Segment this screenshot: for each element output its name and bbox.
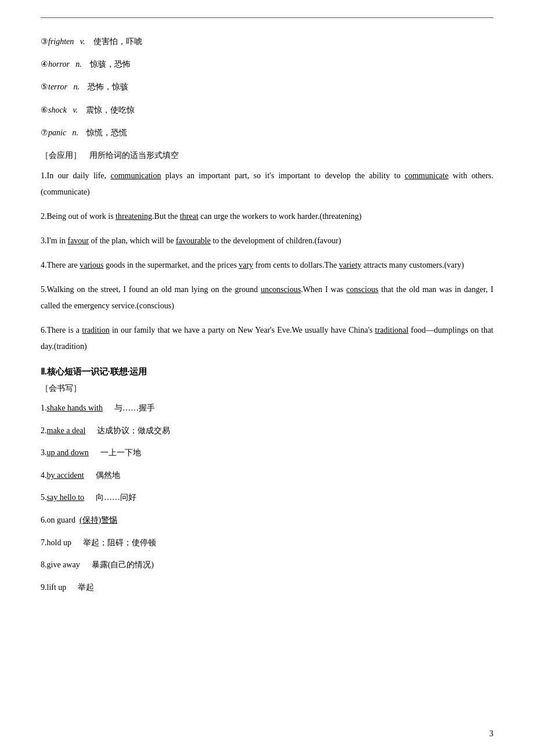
underline-communication: communication — [110, 171, 161, 180]
vocab-num: ③ — [41, 37, 48, 46]
underline-tradition: tradition — [82, 326, 109, 334]
phrase-by-accident: by accident — [47, 471, 84, 480]
vocab-word: shock — [48, 106, 67, 114]
underline-traditional: traditional — [375, 326, 409, 334]
vocab-item-5: ⑤terror n. 恐怖，惊骇 — [41, 80, 493, 94]
section2-header: Ⅱ.核心短语一识记·联想·运用 — [41, 366, 493, 377]
phrase-shake-hands-with: shake hands with — [47, 404, 103, 412]
phrase-7: 7.hold up 举起；阻碍；使停顿 — [41, 535, 493, 551]
vocab-item-4: ④horror n. 惊骇，恐怖 — [41, 57, 493, 71]
phrase-on-guard-meaning: (保持)警惕 — [80, 516, 117, 524]
exercise-3: 3.I'm in favour of the plan, which will … — [41, 233, 493, 249]
vocab-meaning: 惊慌，恐慌 — [86, 128, 127, 137]
phrase-1: 1.shake hands with 与……握手 — [41, 401, 493, 416]
phrase-make-a-deal: make a deal — [47, 426, 86, 435]
underline-favourable: favourable — [176, 236, 211, 245]
vocab-pos: n. — [73, 128, 79, 137]
vocab-meaning: 震惊，使吃惊 — [86, 106, 135, 114]
underline-variety: variety — [339, 261, 362, 269]
vocab-pos: n. — [75, 60, 82, 69]
exercise-2: 2.Being out of work is threatening.But t… — [41, 208, 493, 225]
vocab-pos: v. — [73, 106, 78, 114]
phrase-5: 5.say hello to 向……问好 — [41, 490, 493, 506]
vocab-item-7: ⑦panic n. 惊慌，恐慌 — [41, 125, 493, 140]
section2-sub: ［会书写］ — [41, 383, 493, 394]
phrase-9: 9.lift up 举起 — [41, 580, 493, 596]
section1-header: ［会应用］ 用所给词的适当形式填空 — [41, 150, 493, 161]
vocab-num: ④ — [41, 60, 48, 69]
phrase-2: 2.make a deal 达成协议；做成交易 — [41, 423, 493, 439]
underline-communicate: communicate — [405, 171, 448, 180]
exercise-4: 4.There are various goods in the superma… — [41, 257, 493, 273]
vocab-pos: n. — [73, 82, 80, 91]
vocab-meaning: 惊骇，恐怖 — [90, 60, 131, 69]
vocab-num: ⑤ — [41, 82, 48, 91]
underline-vary: vary — [239, 261, 253, 269]
vocab-section: ③frighten v. 使害怕，吓唬 ④horror n. 惊骇，恐怖 ⑤te… — [41, 34, 493, 140]
phrase-3: 3.up and down 一上一下地 — [41, 445, 493, 461]
underline-favour: favour — [67, 236, 89, 245]
exercise-5: 5.Walking on the street, I found an old … — [41, 282, 493, 314]
page-number: 3 — [489, 729, 493, 739]
vocab-meaning: 使害怕，吓唬 — [93, 37, 142, 46]
underline-threat: threat — [180, 212, 199, 221]
vocab-pos: v. — [80, 37, 85, 46]
phrases-section: 1.shake hands with 与……握手 2.make a deal 达… — [41, 401, 493, 595]
vocab-word: horror — [48, 60, 70, 69]
phrase-8: 8.give away 暴露(自己的情况) — [41, 557, 493, 573]
vocab-word: frighten — [48, 37, 74, 46]
underline-conscious: conscious — [347, 285, 378, 294]
vocab-item-6: ⑥shock v. 震惊，使吃惊 — [41, 103, 493, 117]
exercises-section: 1.In our daily life, communication plays… — [41, 168, 493, 355]
vocab-item-3: ③frighten v. 使害怕，吓唬 — [41, 34, 493, 49]
phrase-4: 4.by accident 偶然地 — [41, 468, 493, 484]
vocab-num: ⑦ — [41, 128, 48, 137]
exercise-1: 1.In our daily life, communication plays… — [41, 168, 493, 200]
exercise-6: 6.There is a tradition in our family tha… — [41, 322, 493, 355]
vocab-meaning: 恐怖，惊骇 — [88, 82, 128, 91]
phrase-6: 6.on guard (保持)警惕 — [41, 513, 493, 528]
underline-threatening: threatening — [116, 212, 152, 221]
phrase-up-and-down: up and down — [47, 448, 89, 457]
top-border — [41, 17, 493, 18]
phrase-say-hello-to: say hello to — [47, 493, 85, 502]
vocab-num: ⑥ — [41, 106, 48, 114]
underline-various: various — [80, 261, 103, 269]
vocab-word: panic — [48, 128, 66, 137]
vocab-word: terror — [48, 82, 67, 91]
underline-unconscious: unconscious — [261, 285, 301, 294]
